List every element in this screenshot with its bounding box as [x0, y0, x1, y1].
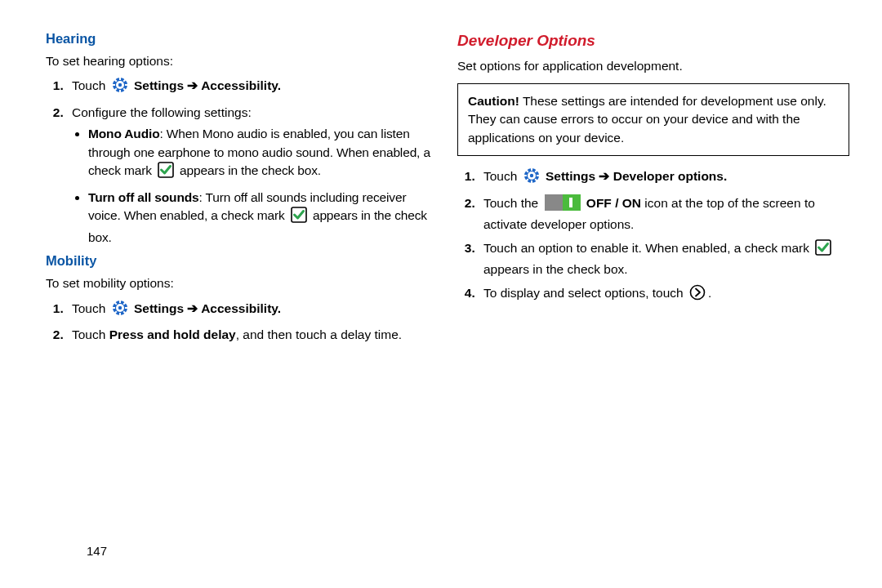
right-column: Developer Options Set options for applic…: [457, 29, 849, 349]
bullet-label: Mono Audio: [88, 127, 159, 140]
hearing-steps: Touch Settings ➔ Accessibility. Configur…: [60, 77, 438, 247]
step-text: Touch: [72, 327, 109, 341]
hearing-step-2: Configure the following settings: Mono A…: [67, 104, 438, 247]
mobility-steps: Touch Settings ➔ Accessibility. Touch Pr…: [60, 300, 438, 345]
step-text: Configure the following settings:: [72, 105, 252, 119]
checkmark-icon: [158, 162, 174, 183]
bullet-label: Turn off all sounds: [88, 190, 199, 204]
mobility-step-2: Touch Press and hold delay, and then tou…: [67, 326, 438, 344]
mobility-heading: Mobility: [46, 252, 438, 271]
mobility-intro: To set mobility options:: [46, 274, 438, 292]
step-text: Touch: [483, 169, 521, 183]
on-off-toggle-icon: [545, 194, 581, 216]
settings-gear-icon: [523, 167, 540, 189]
circle-arrow-icon: [689, 284, 706, 305]
dev-step-2: Touch the OFF / ON icon at the top of th…: [479, 194, 849, 234]
hearing-step-1: Touch Settings ➔ Accessibility.: [67, 77, 438, 98]
dev-step-4: To display and select options, touch .: [479, 284, 849, 305]
toggle-label: OFF / ON: [586, 196, 641, 210]
checkmark-icon: [815, 239, 831, 261]
bullet-text: appears in the check box.: [176, 163, 321, 177]
left-column: Hearing To set hearing options: Touch Se…: [46, 29, 438, 349]
settings-gear-icon: [112, 77, 128, 98]
mobility-step-1: Touch Settings ➔ Accessibility.: [67, 300, 438, 321]
step-text: Touch an option to enable it. When enabl…: [483, 241, 813, 255]
hearing-heading: Hearing: [46, 29, 438, 49]
caution-label: Caution!: [468, 94, 519, 108]
page-number: 147: [87, 542, 107, 560]
step-path: Settings ➔ Accessibility.: [134, 301, 281, 315]
developer-intro: Set options for application development.: [457, 57, 849, 75]
checkmark-icon: [291, 207, 307, 228]
caution-box: Caution! These settings are intended for…: [457, 83, 849, 156]
hearing-bullet-mono: Mono Audio: When Mono audio is enabled, …: [88, 125, 438, 183]
step-text: , and then touch a delay time.: [236, 327, 402, 341]
dev-step-1: Touch Settings ➔ Developer options.: [479, 167, 849, 189]
step-text: To display and select options, touch: [483, 286, 687, 300]
step-text: appears in the check box.: [483, 262, 628, 276]
step-text: Touch: [72, 301, 109, 315]
settings-gear-icon: [112, 300, 128, 321]
step-text: Touch the: [483, 196, 542, 210]
dev-step-3: Touch an option to enable it. When enabl…: [479, 239, 849, 279]
hearing-bullet-sounds: Turn off all sounds: Turn off all sounds…: [88, 189, 438, 247]
developer-options-heading: Developer Options: [457, 29, 849, 52]
caution-text: These settings are intended for developm…: [468, 94, 826, 145]
step-text: Touch: [72, 78, 109, 92]
step-path: Settings ➔ Accessibility.: [134, 78, 281, 92]
developer-steps: Touch Settings ➔ Developer options. Touc…: [472, 167, 849, 305]
hearing-intro: To set hearing options:: [46, 52, 438, 70]
step-bold: Press and hold delay: [109, 327, 236, 341]
step-path: Settings ➔ Developer options.: [546, 169, 727, 183]
